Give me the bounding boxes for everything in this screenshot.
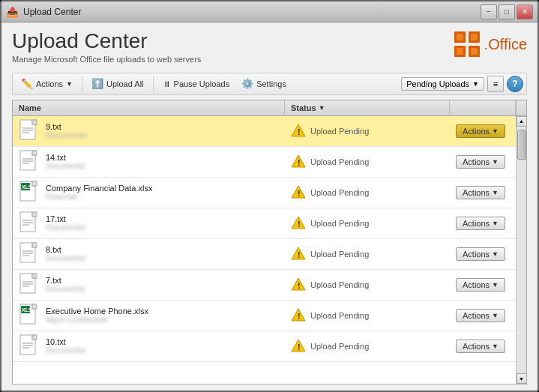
file-name: 10.txt <box>46 337 85 346</box>
actions-arrow-icon: ▼ <box>492 250 499 258</box>
actions-label: Actions <box>463 188 490 197</box>
office-logo: .Office <box>453 30 527 58</box>
svg-rect-64 <box>32 335 37 340</box>
actions-button[interactable]: Actions ▼ <box>456 340 505 353</box>
file-name-cell: 7.txt Documents/ <box>13 270 285 300</box>
file-actions-cell[interactable]: Actions ▼ <box>450 121 516 141</box>
actions-label: Actions <box>463 127 490 136</box>
col-header-status: Status ▼ <box>285 100 450 115</box>
file-actions-cell[interactable]: Actions ▼ <box>450 306 516 325</box>
svg-rect-7 <box>471 48 478 55</box>
actions-toolbar-icon: ✏️ <box>21 78 33 89</box>
table-rows: 9.txt /Documents/ ! Upload Pending Actio… <box>13 116 516 384</box>
actions-button[interactable]: Actions ▼ <box>456 247 505 261</box>
actions-label: Actions <box>463 219 490 228</box>
actions-label: Actions <box>463 342 490 351</box>
file-status-cell: ! Upload Pending <box>285 305 450 326</box>
status-text: Upload Pending <box>310 250 369 259</box>
file-actions-cell[interactable]: Actions ▼ <box>450 244 516 264</box>
content-area: Upload Center Manage Microsoft Office fi… <box>1 22 538 391</box>
sort-button[interactable]: ≡ <box>487 76 504 92</box>
file-type-icon <box>19 150 40 174</box>
app-subtitle: Manage Microsoft Office file uploads to … <box>12 55 201 64</box>
file-type-icon <box>19 273 40 297</box>
table-row[interactable]: 7.txt Documents/ ! Upload Pending Action… <box>13 270 516 301</box>
file-type-icon <box>19 242 40 266</box>
file-status-cell: ! Upload Pending <box>285 151 450 172</box>
file-info: 17.txt Documents/ <box>46 214 85 232</box>
scrollbar-header <box>516 100 526 115</box>
svg-rect-6 <box>457 48 463 55</box>
warning-icon: ! <box>291 124 306 139</box>
table-header: Name Status ▼ <box>13 100 526 116</box>
actions-button[interactable]: Actions ▼ <box>456 155 505 169</box>
file-info: 14.txt Documents/ <box>46 153 85 170</box>
actions-toolbar-button[interactable]: ✏️ Actions ▼ <box>16 76 78 91</box>
file-status-cell: ! Upload Pending <box>285 336 450 357</box>
table-row[interactable]: 8.txt Documents/ ! Upload Pending Action… <box>13 239 516 270</box>
scroll-down-arrow[interactable]: ▼ <box>517 373 527 384</box>
status-text: Upload Pending <box>310 280 369 289</box>
pause-uploads-button[interactable]: ⏸ Pause Uploads <box>157 77 235 91</box>
pending-uploads-select[interactable]: Pending Uploads ▼ <box>401 77 484 91</box>
settings-button[interactable]: ⚙️ Settings <box>236 76 292 91</box>
scrollbar[interactable]: ▲ ▼ <box>516 116 526 384</box>
file-path: Financial/ <box>46 193 152 201</box>
file-actions-cell[interactable]: Actions ▼ <box>450 152 516 172</box>
toolbar-sep-2 <box>153 76 154 91</box>
maximize-button[interactable]: □ <box>499 4 515 19</box>
table-row[interactable]: 9.txt /Documents/ ! Upload Pending Actio… <box>13 116 516 147</box>
actions-label: Actions <box>463 280 490 289</box>
upload-all-button[interactable]: ⬆️ Upload All <box>86 76 149 91</box>
svg-rect-49 <box>32 274 37 278</box>
svg-rect-26 <box>32 181 37 186</box>
file-path: /Documents/ <box>46 131 88 139</box>
actions-button[interactable]: Actions ▼ <box>456 186 505 199</box>
table-row[interactable]: 10.txt Documents/ ! Upload Pending Actio… <box>13 331 516 362</box>
actions-toolbar-label: Actions <box>36 79 63 88</box>
actions-button[interactable]: Actions ▼ <box>456 124 505 138</box>
table-row[interactable]: 14.txt Documents/ ! Upload Pending Actio… <box>13 147 516 178</box>
file-path: Documents/ <box>46 285 85 293</box>
actions-dropdown-arrow: ▼ <box>66 80 73 88</box>
svg-rect-33 <box>32 212 37 217</box>
file-name-cell: XLS Company Financial Data.xlsx Financia… <box>13 178 285 208</box>
scroll-thumb[interactable] <box>517 130 526 160</box>
help-button[interactable]: ? <box>507 76 523 92</box>
file-actions-cell[interactable]: Actions ▼ <box>450 337 516 356</box>
actions-arrow-icon: ▼ <box>492 158 499 166</box>
actions-button[interactable]: Actions ▼ <box>456 278 505 292</box>
window-controls: − □ ✕ <box>481 4 533 19</box>
table-row[interactable]: XLS Company Financial Data.xlsx Financia… <box>13 178 516 208</box>
pause-icon: ⏸ <box>163 79 171 88</box>
file-type-icon: XLS <box>19 304 40 328</box>
close-button[interactable]: ✕ <box>517 4 533 19</box>
window-title: Upload Center <box>23 7 481 17</box>
file-path: Documents/ <box>46 254 85 262</box>
file-type-icon <box>19 211 40 235</box>
file-table: Name Status ▼ 9.txt /Docu <box>12 100 527 385</box>
file-actions-cell[interactable]: Actions ▼ <box>450 275 516 295</box>
status-text: Upload Pending <box>310 127 369 136</box>
table-row[interactable]: XLS Executive Home Phone.xlsx Mgmt Confi… <box>13 301 516 331</box>
minimize-button[interactable]: − <box>481 4 497 19</box>
status-text: Upload Pending <box>310 219 369 228</box>
table-row[interactable]: 17.txt Documents/ ! Upload Pending Actio… <box>13 208 516 239</box>
file-status-cell: ! Upload Pending <box>285 213 450 234</box>
svg-rect-5 <box>471 34 478 40</box>
office-logo-icon <box>453 30 481 58</box>
file-info: Company Financial Data.xlsx Financial/ <box>46 184 152 201</box>
col-header-name: Name <box>13 100 285 115</box>
file-name-cell: 9.txt /Documents/ <box>13 116 285 146</box>
pending-select-arrow: ▼ <box>472 80 479 88</box>
file-name: Company Financial Data.xlsx <box>46 184 152 193</box>
svg-text:!: ! <box>298 158 301 167</box>
file-name-cell: XLS Executive Home Phone.xlsx Mgmt Confi… <box>13 301 285 331</box>
file-actions-cell[interactable]: Actions ▼ <box>450 214 516 233</box>
scroll-up-arrow[interactable]: ▲ <box>517 116 527 127</box>
actions-button[interactable]: Actions ▼ <box>456 309 505 322</box>
file-actions-cell[interactable]: Actions ▼ <box>450 183 516 202</box>
status-text: Upload Pending <box>310 157 369 166</box>
table-body-container: 9.txt /Documents/ ! Upload Pending Actio… <box>13 116 526 384</box>
actions-button[interactable]: Actions ▼ <box>456 217 505 230</box>
